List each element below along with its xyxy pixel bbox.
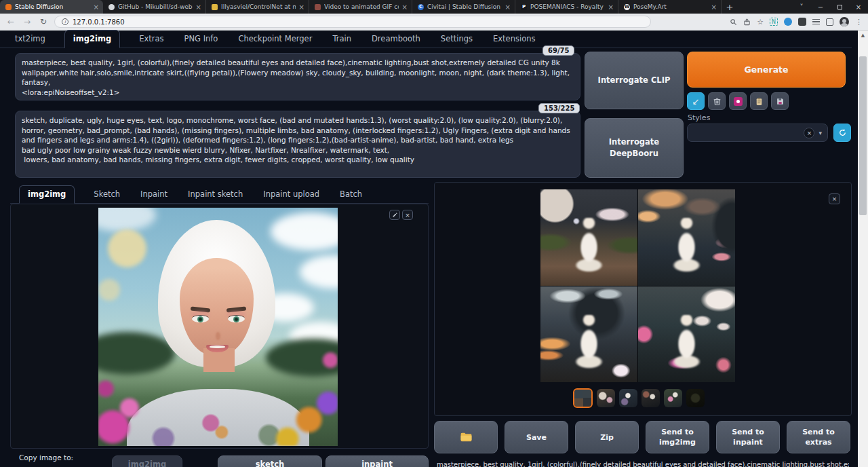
generated-image-1[interactable] (540, 189, 637, 286)
browser-tab-controlnet[interactable]: Illyasviel/ControlNet at main × (206, 0, 309, 14)
zip-button[interactable]: Zip (575, 421, 639, 453)
url-text[interactable]: 127.0.0.1:7860 (73, 18, 125, 26)
extra-networks-button[interactable] (729, 92, 747, 110)
reload-icon[interactable]: ↻ (38, 17, 49, 26)
tab-search-icon[interactable]: ˅ (792, 3, 811, 11)
new-tab-button[interactable]: + (722, 0, 738, 14)
zoom-icon[interactable] (730, 18, 737, 26)
tab-close-icon[interactable]: × (299, 3, 304, 11)
share-icon[interactable] (743, 18, 751, 26)
maximize-button[interactable] (830, 3, 849, 11)
notion-extension-icon[interactable]: N (770, 18, 778, 26)
interrogate-deepbooru-button[interactable]: Interrogate DeepBooru (585, 118, 684, 178)
tab-close-icon[interactable]: × (711, 3, 717, 11)
close-window-button[interactable]: × (849, 3, 868, 11)
tab-txt2img[interactable]: txt2img (14, 31, 47, 48)
minimize-button[interactable]: − (811, 3, 830, 11)
thumbnail[interactable] (597, 389, 615, 407)
save-style-button[interactable] (771, 92, 789, 110)
reading-list-icon[interactable] (812, 19, 820, 25)
cloud-shape (271, 212, 338, 250)
refresh-styles-button[interactable] (833, 124, 851, 142)
tab-close-icon[interactable]: × (505, 3, 511, 11)
clipboard-icon (755, 97, 764, 106)
site-info-icon[interactable]: i (62, 18, 68, 25)
copy-image-to-label: Copy image to: (19, 453, 73, 462)
tab-img2img[interactable]: img2img (64, 30, 120, 48)
side-panel-icon[interactable] (826, 18, 833, 26)
subtab-inpaint-sketch[interactable]: Inpaint sketch (186, 186, 244, 203)
subtab-inpaint[interactable]: Inpaint (139, 186, 169, 203)
thumbnail[interactable] (686, 389, 705, 407)
menu-dots-icon[interactable]: ⋮ (855, 18, 863, 26)
subtab-img2img[interactable]: img2img (19, 185, 75, 204)
thumbnail-selected[interactable] (573, 388, 593, 408)
pencil-icon (392, 212, 398, 218)
styles-dropdown[interactable]: × ▾ (687, 124, 828, 142)
prompt-input[interactable]: masterpiece, best quality, 1girl, (color… (15, 53, 580, 100)
civitai-favicon-icon: C (418, 4, 424, 10)
remove-image-button[interactable]: × (402, 210, 413, 220)
send-to-img2img-button[interactable]: Send to img2img (646, 421, 709, 453)
tab-train[interactable]: Train (331, 31, 353, 48)
browser-tab-github[interactable]: GitHub - Mikubill/sd-webui-con × (103, 0, 206, 14)
forward-icon[interactable]: → (22, 17, 33, 26)
generate-button[interactable]: Generate (687, 52, 846, 88)
tab-settings[interactable]: Settings (439, 31, 474, 48)
browser-tab-posemaniacs[interactable]: P POSEMANIACS - Royalty free 3 × (515, 0, 618, 14)
hill-shape (98, 332, 175, 375)
save-button[interactable]: Save (505, 421, 568, 453)
close-gallery-button[interactable]: × (829, 193, 840, 204)
image-edit-controls: × (389, 210, 413, 220)
bookmark-star-icon[interactable]: ☆ (757, 18, 764, 26)
tab-extensions[interactable]: Extensions (492, 31, 536, 48)
edit-image-button[interactable] (389, 210, 400, 220)
back-icon[interactable]: ← (5, 17, 16, 26)
thumbnail[interactable] (642, 389, 660, 407)
subtab-batch[interactable]: Batch (338, 186, 363, 203)
open-folder-button[interactable] (434, 421, 498, 453)
subtab-sketch[interactable]: Sketch (92, 186, 121, 203)
tab-extras[interactable]: Extras (138, 31, 165, 48)
copy-to-inpaint-button[interactable]: inpaint (326, 455, 429, 467)
profile-avatar[interactable] (840, 17, 849, 26)
extra-networks-card-icon (734, 97, 743, 106)
refresh-icon (838, 128, 847, 137)
thumbnail[interactable] (664, 389, 682, 407)
tab-close-icon[interactable]: × (196, 3, 201, 11)
send-to-extras-button[interactable]: Send to extras (787, 421, 850, 453)
apply-style-button[interactable] (750, 92, 768, 110)
generated-image-3[interactable] (540, 286, 637, 383)
address-bar[interactable]: i 127.0.0.1:7860 (54, 16, 651, 28)
paste-generation-params-button[interactable]: ↙ (687, 92, 705, 110)
copy-to-sketch-button[interactable]: sketch (218, 455, 322, 467)
tab-close-icon[interactable]: × (402, 3, 408, 11)
tab-png-info[interactable]: PNG Info (183, 31, 220, 48)
negative-prompt-input[interactable]: sketch, duplicate, ugly, huge eyes, text… (15, 111, 580, 178)
send-to-inpaint-button[interactable]: Send to inpaint (716, 421, 780, 453)
scrollbar-thumb[interactable] (859, 56, 867, 215)
source-image[interactable] (98, 208, 338, 446)
browser-tab-stable-diffusion[interactable]: Stable Diffusion × (0, 0, 103, 14)
generated-image-grid[interactable] (540, 189, 735, 382)
tab-title: Civitai | Stable Diffusion model (427, 3, 502, 10)
tab-close-icon[interactable]: × (608, 3, 614, 11)
browser-tab-posemyart[interactable]: W PoseMy.Art × (618, 0, 722, 14)
subtab-inpaint-upload[interactable]: Inpaint upload (262, 186, 321, 203)
extension-blue-icon[interactable] (784, 18, 792, 26)
thumbnail[interactable] (619, 389, 637, 407)
browser-tab-civitai[interactable]: C Civitai | Stable Diffusion model × (412, 0, 515, 14)
interrogate-clip-button[interactable]: Interrogate CLIP (585, 52, 684, 109)
clear-prompt-button[interactable] (708, 92, 726, 110)
page-scrollbar[interactable]: ▲ (858, 31, 868, 467)
generated-image-4[interactable] (638, 286, 735, 383)
extensions-puzzle-icon[interactable] (798, 18, 806, 26)
tab-checkpoint-merger[interactable]: Checkpoint Merger (237, 31, 313, 48)
scrollbar-up-arrow[interactable]: ▲ (858, 31, 868, 40)
tab-close-icon[interactable]: × (94, 3, 99, 11)
copy-to-img2img-button[interactable]: img2img (112, 455, 182, 467)
generated-image-2[interactable] (638, 189, 735, 286)
tab-dreambooth[interactable]: Dreambooth (370, 31, 422, 48)
clear-styles-icon[interactable]: × (804, 128, 814, 138)
browser-tab-gif-converter[interactable]: Video to animated GIF converter × (309, 0, 412, 14)
